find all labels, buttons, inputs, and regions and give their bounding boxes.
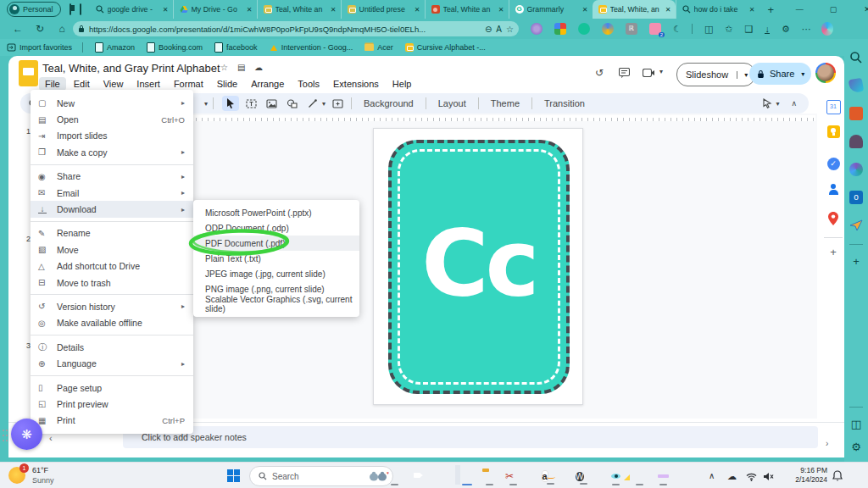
onedrive-cloud-icon[interactable]: ☁ (727, 471, 737, 482)
menu-item-share[interactable]: ◉Share▸ (31, 169, 193, 185)
menu-item-rename[interactable]: ✎Rename (31, 225, 193, 241)
favorite-star-icon[interactable]: ☆ (506, 25, 514, 34)
menu-item-make-a-copy[interactable]: ❐Make a copy▸ (31, 144, 193, 160)
menu-slide[interactable]: Slide (211, 77, 243, 91)
menu-item-add-shortcut-to-drive[interactable]: △Add shortcut to Drive (31, 258, 193, 274)
wordpress-app-icon[interactable]: W (576, 472, 583, 481)
url-field[interactable]: https://docs.google.com/presentation/d/1… (73, 21, 519, 36)
tab-layout-icon[interactable] (80, 3, 81, 15)
bookmark-acer-folder[interactable]: Acer (364, 43, 393, 52)
sidebar-outlook-icon[interactable]: o (849, 191, 863, 204)
menu-file[interactable]: File (39, 77, 66, 91)
tab-close-icon[interactable]: ✕ (161, 5, 170, 14)
filmstrip-collapse-icon[interactable]: ‹ (49, 433, 53, 443)
tab-close-icon[interactable]: ✕ (748, 5, 757, 14)
menu-format[interactable]: Format (168, 77, 209, 91)
notifications-bell-icon[interactable] (832, 470, 843, 481)
browser-tab-my-drive[interactable]: My Drive - Go ✕ (173, 0, 257, 19)
collapse-toolbar-icon[interactable]: ∧ (791, 99, 797, 108)
menu-edit[interactable]: Edit (68, 77, 96, 91)
favorites-icon[interactable]: ✩ (725, 24, 732, 35)
sidebar-designer-icon[interactable] (849, 163, 863, 176)
tasks-icon[interactable]: ✓ (819, 154, 848, 170)
pointer-dropdown-icon[interactable]: ▾ (776, 100, 779, 108)
split-screen-icon[interactable]: ◫ (704, 24, 713, 35)
flashcard-shape[interactable]: Cc (388, 140, 570, 394)
menu-item-move[interactable]: ▧Move (31, 241, 193, 258)
tab-close-icon[interactable]: ✕ (413, 5, 422, 14)
menu-help[interactable]: Help (387, 77, 418, 91)
zoom-dropdown-icon[interactable]: ▾ (204, 100, 208, 108)
theme-button[interactable]: Theme (484, 98, 526, 108)
tab-close-icon[interactable]: ✕ (245, 5, 254, 14)
account-avatar[interactable] (815, 63, 836, 83)
sidebar-toolbox-icon[interactable] (849, 107, 863, 120)
insert-image-tool[interactable] (263, 96, 280, 111)
bookmark-intervention[interactable]: Intervention - Goog... (270, 43, 353, 52)
background-button[interactable]: Background (357, 98, 420, 108)
tray-show-hidden-icon[interactable]: ∧ (709, 471, 715, 480)
browser-tab-grammarly[interactable]: Grammarly ✕ (509, 0, 593, 19)
text-box-tool[interactable] (242, 96, 259, 111)
insert-shape-tool[interactable] (283, 96, 300, 111)
bookmark-facebook[interactable]: facebook (214, 42, 258, 53)
menu-item-version-history[interactable]: ↺Version history▸ (31, 298, 193, 314)
flashcard-letter[interactable]: Cc (392, 210, 566, 316)
star-document-icon[interactable]: ☆ (220, 63, 228, 72)
contacts-icon[interactable] (819, 183, 848, 199)
menu-insert[interactable]: Insert (131, 77, 166, 91)
meet-camera-icon[interactable] (643, 69, 655, 77)
menu-item-open[interactable]: ▤OpenCtrl+O (31, 111, 193, 127)
refresh-button[interactable]: ↻ (29, 23, 51, 35)
extension-icon-flower[interactable] (531, 23, 542, 35)
version-history-icon[interactable]: ↺ (595, 67, 604, 79)
start-button[interactable] (227, 469, 240, 482)
submenu-item-pptx[interactable]: Microsoft PowerPoint (.pptx) (193, 205, 359, 220)
submenu-item-pdf[interactable]: PDF Document (.pdf) (193, 236, 359, 251)
sidebar-search-icon[interactable] (849, 51, 863, 64)
browser-tab-slides-2[interactable]: Teal, White an ✕ (425, 0, 509, 19)
weather-widget[interactable]: 61°F Sunny (32, 465, 54, 485)
tab-close-icon[interactable]: ✕ (581, 5, 590, 14)
menu-item-new[interactable]: ▢New▸ (31, 95, 193, 111)
downloads-icon[interactable]: ↓ (765, 25, 770, 34)
notes-expand-icon[interactable]: › (826, 439, 828, 448)
collections-icon[interactable]: ❑ (745, 24, 754, 35)
browser-tab-slides-1[interactable]: Teal, White an ✕ (257, 0, 341, 19)
copilot-icon[interactable] (821, 22, 833, 36)
back-button[interactable]: ← (7, 23, 29, 35)
sidebar-panel-icon[interactable]: ◫ (851, 418, 861, 430)
weather-widget-icon[interactable]: 1 (8, 467, 25, 484)
document-status-cloud-icon[interactable]: ☁ (254, 63, 263, 72)
menu-item-move-to-trash[interactable]: ⊟Move to trash (31, 274, 193, 291)
menu-tools[interactable]: Tools (292, 77, 326, 91)
profile-button[interactable]: Personal (7, 2, 61, 17)
taskbar-search-box[interactable]: Search ♥ (249, 466, 393, 486)
slideshow-button[interactable]: Slideshow ▾ (676, 63, 755, 86)
comments-icon[interactable] (619, 68, 630, 78)
snipping-tool-icon[interactable]: ✂ (505, 470, 514, 482)
bookmark-cursive-alphabet[interactable]: Cursive Alphabet -... (405, 43, 486, 52)
close-button[interactable]: ✕ (850, 0, 868, 19)
extension-icon-grid[interactable] (554, 23, 566, 35)
get-add-ons-icon[interactable]: + (819, 246, 848, 258)
browser-tab-search[interactable]: how do i take ✕ (676, 0, 760, 19)
line-dropdown-icon[interactable]: ▾ (322, 100, 326, 108)
tab-close-icon[interactable]: ✕ (664, 5, 673, 14)
menu-extensions[interactable]: Extensions (327, 77, 385, 91)
calendar-icon[interactable]: 31 (819, 97, 848, 114)
minimize-button[interactable]: — (782, 0, 816, 19)
sidebar-add-icon[interactable]: + (853, 255, 860, 268)
slide-editor[interactable]: Cc (373, 128, 583, 405)
browser-tab-active[interactable]: Teal, White, an ✕ (593, 0, 676, 19)
insert-placeholder-tool[interactable] (329, 96, 346, 111)
maximize-button[interactable]: ▢ (816, 0, 850, 19)
submenu-item-svg[interactable]: Scalable Vector Graphics (.svg, current … (193, 297, 359, 312)
home-button[interactable]: ⌂ (51, 23, 73, 35)
menu-item-download[interactable]: ↓Download▸ (31, 201, 193, 217)
share-button[interactable]: Share ▾ (749, 63, 811, 85)
menu-item-import-slides[interactable]: ⇥Import slides (31, 128, 193, 144)
document-title[interactable]: Teal, White, and Gray Print Alphabet (42, 62, 220, 75)
move-document-icon[interactable]: ▤ (237, 63, 245, 72)
sidebar-drop-icon[interactable] (849, 219, 863, 232)
